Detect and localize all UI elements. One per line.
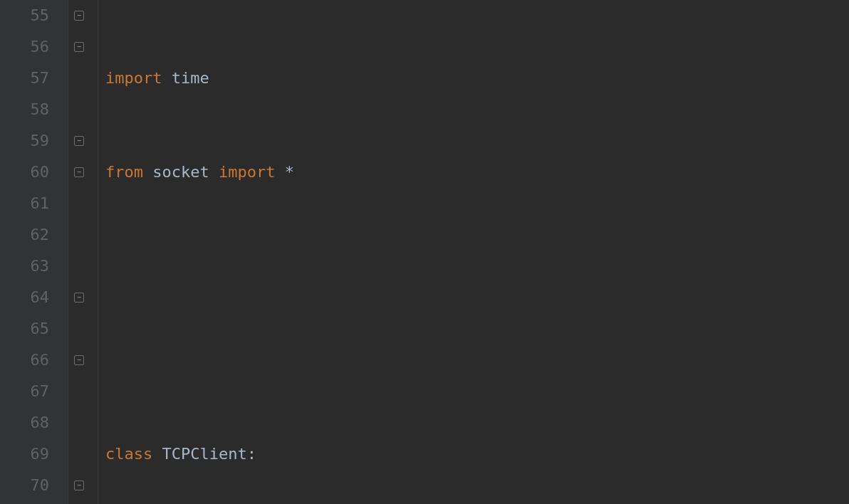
star-operator: *: [285, 163, 294, 181]
line-number: 59: [0, 125, 49, 157]
module-name: time: [172, 69, 209, 87]
line-number: 68: [0, 407, 49, 439]
fold-toggle-icon[interactable]: −: [74, 136, 84, 146]
keyword-import: import: [219, 163, 275, 181]
fold-toggle-icon[interactable]: −: [74, 11, 84, 21]
fold-toggle-icon[interactable]: −: [74, 42, 84, 52]
fold-toggle-icon[interactable]: −: [74, 167, 84, 177]
line-number: 67: [0, 376, 49, 407]
line-number: 56: [0, 31, 49, 63]
code-line[interactable]: import time: [105, 63, 849, 94]
line-number: 55: [0, 0, 49, 31]
line-number: 69: [0, 439, 49, 470]
class-name: TCPClient: [162, 445, 246, 463]
line-number: 63: [0, 251, 49, 282]
fold-toggle-icon[interactable]: −: [74, 481, 84, 490]
line-number: 60: [0, 157, 49, 188]
line-number: 57: [0, 63, 49, 94]
line-number: 70: [0, 470, 49, 501]
line-number: 64: [0, 282, 49, 313]
fold-column: − − − − − − −: [68, 0, 98, 504]
code-line[interactable]: class TCPClient:: [105, 439, 849, 470]
keyword-from: from: [105, 163, 143, 181]
keyword-class: class: [105, 445, 152, 463]
code-line[interactable]: [105, 345, 849, 376]
line-number: 58: [0, 94, 49, 125]
line-number-gutter: 55 56 57 58 59 60 61 62 63 64 65 66 67 6…: [0, 0, 68, 504]
fold-toggle-icon[interactable]: −: [74, 293, 84, 303]
colon: :: [247, 445, 256, 463]
line-number: 65: [0, 313, 49, 345]
code-line[interactable]: from socket import *: [105, 157, 849, 188]
keyword-import: import: [105, 69, 162, 87]
code-area[interactable]: import time from socket import * class T…: [98, 0, 849, 504]
code-editor[interactable]: 55 56 57 58 59 60 61 62 63 64 65 66 67 6…: [0, 0, 849, 504]
line-number: 62: [0, 219, 49, 251]
fold-toggle-icon[interactable]: −: [74, 355, 84, 365]
line-number: 61: [0, 188, 49, 219]
module-name: socket: [152, 163, 209, 181]
code-line[interactable]: [105, 251, 849, 282]
line-number: 66: [0, 345, 49, 376]
